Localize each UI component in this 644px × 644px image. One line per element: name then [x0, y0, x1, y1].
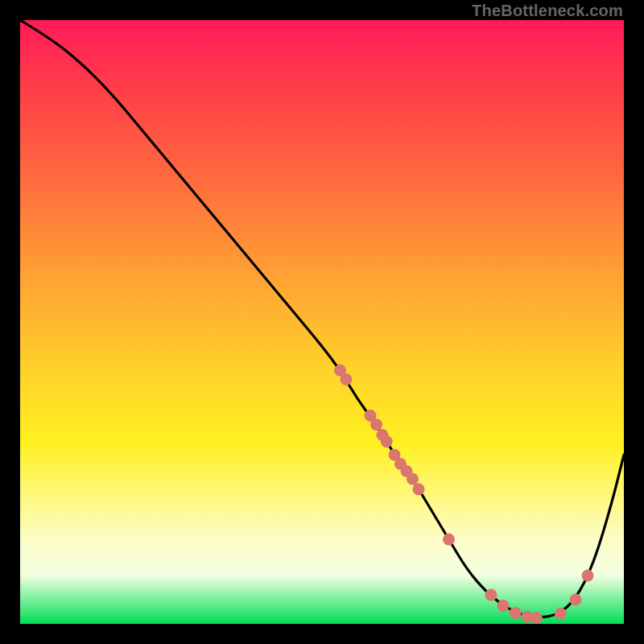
data-marker — [381, 436, 393, 448]
data-marker — [555, 608, 567, 620]
data-marker — [341, 374, 353, 386]
data-marker — [370, 419, 382, 431]
chart-frame: TheBottleneck.com — [0, 0, 644, 644]
data-marker — [413, 483, 425, 495]
data-marker — [570, 594, 582, 606]
data-marker — [530, 612, 543, 624]
data-marker — [497, 600, 510, 612]
data-marker — [510, 607, 522, 619]
data-marker — [407, 473, 419, 485]
bottleneck-curve — [20, 20, 624, 617]
data-marker — [582, 570, 594, 582]
watermark-text: TheBottleneck.com — [472, 2, 623, 20]
data-markers — [334, 365, 594, 625]
data-marker — [443, 534, 455, 546]
data-marker — [485, 589, 497, 601]
chart-svg — [20, 20, 624, 624]
